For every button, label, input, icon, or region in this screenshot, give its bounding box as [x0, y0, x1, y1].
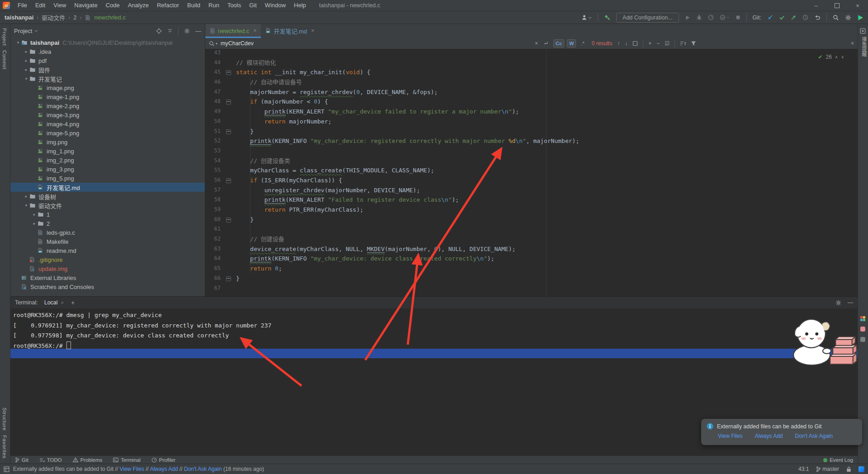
code-line-58[interactable]: 58 printk(KERN_ALERT "Failed to register…: [205, 195, 858, 205]
hide-panel-icon[interactable]: —: [195, 28, 201, 34]
search-input[interactable]: myCharCdev: [221, 40, 254, 47]
code-line-44[interactable]: 44// 模块初始化: [205, 58, 858, 68]
filter-selection-icon[interactable]: ☑: [665, 40, 670, 47]
tree-chevron-icon[interactable]: ▾: [23, 203, 29, 208]
menu-edit[interactable]: Edit: [31, 0, 49, 11]
colorful-grid-icon[interactable]: [860, 316, 868, 322]
close-terminal-tab-icon[interactable]: ×: [61, 300, 64, 305]
add-selection-icon[interactable]: +: [648, 40, 651, 47]
tree-item-1[interactable]: ▸1: [10, 210, 205, 219]
code-line-60[interactable]: 60 }: [205, 215, 858, 225]
status-link-don-t-ask-again[interactable]: Don't Ask Again: [184, 466, 222, 472]
tree-item-image-1-png[interactable]: image-1.png: [10, 92, 205, 101]
tool-window-switcher-icon[interactable]: [4, 466, 9, 472]
code-line-55[interactable]: 55 myCharClass = class_create(THIS_MODUL…: [205, 166, 858, 175]
close-search-icon[interactable]: ×: [851, 40, 854, 47]
stripe-tab-project[interactable]: Project: [2, 28, 7, 46]
lock-icon[interactable]: [846, 466, 851, 472]
previous-occurrence-icon[interactable]: ↑: [617, 40, 620, 47]
gray-plugin-icon[interactable]: [860, 337, 868, 342]
git-push-icon[interactable]: [791, 14, 797, 20]
status-message[interactable]: Externally added files can be added to G…: [13, 466, 264, 472]
breadcrumb-item-驱动文件[interactable]: 驱动文件: [42, 13, 65, 22]
menu-run[interactable]: Run: [204, 0, 223, 11]
close-button[interactable]: ×: [847, 0, 868, 11]
tree-chevron-icon[interactable]: ▸: [31, 212, 38, 217]
plugin-icon[interactable]: [857, 14, 863, 21]
git-commit-icon[interactable]: [779, 14, 785, 20]
fold-marker-icon[interactable]: [221, 215, 236, 225]
fold-marker-icon[interactable]: [221, 127, 236, 137]
code-line-65[interactable]: 65 return 0;: [205, 264, 858, 274]
search-history-chevron-icon[interactable]: ▾: [216, 42, 217, 46]
tree-chevron-icon[interactable]: ▸: [23, 67, 29, 72]
code-editor-area[interactable]: 4344// 模块初始化45static int __init my_char_…: [205, 49, 858, 296]
new-terminal-icon[interactable]: +: [71, 299, 75, 306]
code-line-61[interactable]: 61: [205, 224, 858, 234]
settings-gear-icon[interactable]: [845, 14, 851, 21]
code-line-45[interactable]: 45static int __init my_char_init(void) {: [205, 67, 858, 77]
tree-item-image-2-png[interactable]: image-2.png: [10, 101, 205, 110]
notification-action-don-t-ask-again[interactable]: Don't Ask Again: [795, 433, 833, 439]
tree-item-external-libraries[interactable]: External Libraries: [10, 273, 205, 282]
tree-item-readme-md[interactable]: MDreadme.md: [10, 246, 205, 255]
prev-problem-icon[interactable]: ∧: [835, 55, 838, 59]
tree-item-image-5-png[interactable]: image-5.png: [10, 128, 205, 137]
search-toggle-w[interactable]: W: [567, 39, 576, 47]
tree-item-img-png[interactable]: img.png: [10, 137, 205, 147]
tree-item-驱动文件[interactable]: ▾驱动文件: [10, 201, 205, 210]
search-options-icon[interactable]: [680, 41, 686, 46]
tree-item-taishanpai[interactable]: ▾taishanpaiC:\Users\QINGJUE\Desktop\git\…: [10, 38, 205, 47]
debug-icon[interactable]: [696, 14, 702, 20]
menu-navigate[interactable]: Navigate: [70, 0, 101, 11]
inspections-widget[interactable]: ✔ 26 ∧ ∨: [818, 54, 844, 60]
user-icon[interactable]: [581, 14, 592, 20]
tree-chevron-icon[interactable]: ▸: [31, 221, 38, 226]
clear-search-icon[interactable]: ×: [535, 40, 538, 47]
pink-plugin-icon[interactable]: [860, 326, 868, 332]
profiler-icon[interactable]: [708, 14, 714, 20]
stripe-tab-structure[interactable]: Structure: [2, 408, 7, 431]
event-log-button[interactable]: Event Log: [823, 457, 853, 463]
tree-item-update-img[interactable]: ?update.img: [10, 264, 205, 273]
menu-view[interactable]: View: [49, 0, 70, 11]
tree-item-image-3-png[interactable]: image-3.png: [10, 110, 205, 119]
code-line-62[interactable]: 62 // 创建设备: [205, 234, 858, 244]
tree-chevron-icon[interactable]: ▾: [15, 40, 21, 45]
code-line-48[interactable]: 48 if (majorNumber < 0) {: [205, 97, 858, 107]
breadcrumb-item-newchrled-c[interactable]: Cnewchrled.c: [85, 14, 126, 21]
locate-icon[interactable]: [156, 28, 162, 34]
code-line-47[interactable]: 47 majorNumber = register_chrdev(0, DEVI…: [205, 87, 858, 97]
tree-item-固件[interactable]: ▸固件: [10, 65, 205, 74]
menu-help[interactable]: Help: [290, 0, 310, 11]
right-stripe-plugin-tab[interactable]: 摸鱼提醒: [860, 37, 868, 57]
search-everywhere-icon[interactable]: [833, 14, 839, 21]
tree-item-设备树[interactable]: ▸设备树: [10, 192, 205, 201]
terminal-settings-gear-icon[interactable]: [835, 300, 841, 306]
maximize-button[interactable]: [826, 0, 847, 11]
terminal-tab-local[interactable]: Local×: [44, 299, 64, 306]
menu-git[interactable]: Git: [245, 0, 261, 11]
run-icon[interactable]: [685, 15, 690, 20]
close-tab-icon[interactable]: ×: [311, 28, 314, 34]
tool-window-tab-profiler[interactable]: Profiler: [151, 457, 175, 463]
tree-item-开发笔记[interactable]: ▾开发笔记: [10, 74, 205, 83]
code-line-53[interactable]: 53: [205, 146, 858, 156]
tree-chevron-icon[interactable]: ▸: [23, 58, 29, 63]
coverage-icon[interactable]: [720, 14, 730, 20]
status-link-view-files[interactable]: View Files: [119, 466, 144, 472]
code-line-54[interactable]: 54 // 创建设备类: [205, 156, 858, 166]
tree-item-makefile[interactable]: Makefile: [10, 237, 205, 246]
stripe-tab-commit[interactable]: Commit: [2, 50, 7, 70]
add-configuration-button[interactable]: Add Configuration...: [616, 13, 679, 23]
tree-item-2[interactable]: ▸2: [10, 219, 205, 228]
editor-tab-newchrled-c[interactable]: Cnewchrled.c×: [205, 24, 261, 38]
search-toggle--[interactable]: .*: [579, 39, 586, 47]
tree-item-pdf[interactable]: ▸pdf: [10, 56, 205, 65]
menu-window[interactable]: Window: [261, 0, 290, 11]
tree-chevron-icon[interactable]: ▸: [23, 49, 29, 54]
code-line-63[interactable]: 63 device_create(myCharClass, NULL, MKDE…: [205, 244, 858, 254]
menu-analyze[interactable]: Analyze: [124, 0, 153, 11]
plugin-tab-icon[interactable]: [860, 28, 868, 34]
notification-action-always-add[interactable]: Always Add: [755, 433, 783, 439]
